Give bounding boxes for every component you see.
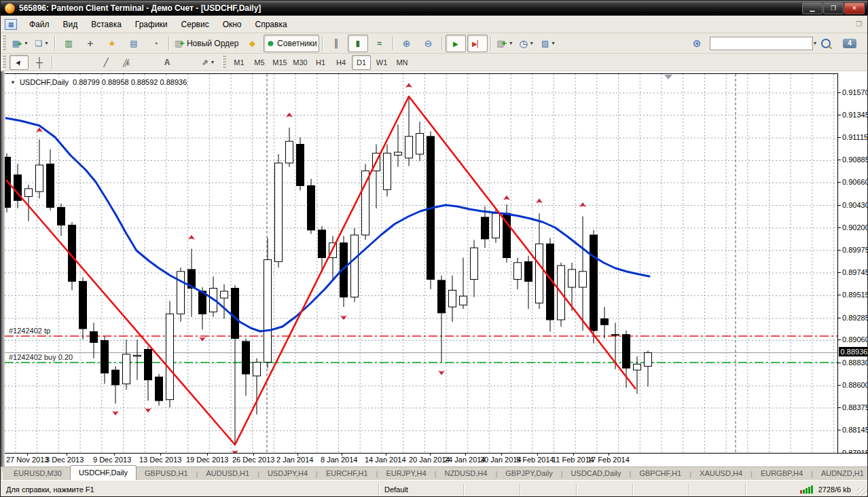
candle-body[interactable] — [416, 134, 424, 154]
chart-bars-button[interactable] — [326, 35, 346, 52]
candle-body[interactable] — [264, 259, 272, 362]
menu-Сервис[interactable]: Сервис — [175, 18, 216, 31]
candle-body[interactable] — [25, 189, 33, 197]
templates-button[interactable]: ▾ — [538, 35, 558, 52]
minimize-button[interactable]: ▁ — [802, 3, 822, 14]
search-input[interactable] — [710, 39, 811, 48]
profiles-button[interactable]: ▾ — [31, 35, 52, 52]
candle-body[interactable] — [351, 235, 359, 297]
messages-button[interactable]: 4 — [839, 35, 860, 52]
restore-button[interactable]: ❐ — [823, 3, 844, 14]
zoom-out-button[interactable] — [418, 35, 439, 52]
menu-Справка[interactable]: Справка — [249, 18, 294, 31]
timeframe-H1[interactable]: H1 — [311, 55, 330, 70]
candle-body[interactable] — [590, 235, 598, 331]
settings-button[interactable] — [687, 35, 707, 52]
timeframe-M1[interactable]: M1 — [230, 55, 249, 70]
expert-advisors-button[interactable]: Советники — [264, 35, 319, 52]
fibonacci-button[interactable] — [137, 55, 156, 70]
collapse-arrow-icon[interactable]: ▼ — [10, 79, 16, 86]
timeframe-W1[interactable]: W1 — [372, 55, 391, 70]
new-order-button[interactable]: Новый Ордер — [173, 35, 240, 52]
timeframe-H4[interactable]: H4 — [331, 55, 350, 70]
timeframe-MN[interactable]: MN — [393, 55, 412, 70]
price-axis[interactable]: 0.915700.913450.911150.908850.906600.904… — [837, 73, 868, 453]
chevron-down-icon[interactable]: ▾ — [211, 59, 214, 65]
indicators-button[interactable]: ▾ — [494, 35, 515, 52]
candle-body[interactable] — [123, 354, 130, 384]
candle-body[interactable] — [471, 248, 478, 279]
candle-body[interactable] — [405, 136, 413, 158]
candle-body[interactable] — [145, 350, 152, 380]
text-label-button[interactable] — [178, 55, 197, 70]
candle-body[interactable] — [601, 319, 609, 325]
candle-body[interactable] — [286, 141, 293, 163]
candle-body[interactable] — [568, 270, 576, 287]
chevron-down-icon[interactable]: ▾ — [24, 40, 27, 46]
candle-body[interactable] — [166, 314, 174, 399]
periods-button[interactable]: ▾ — [516, 35, 537, 52]
navigator-button[interactable] — [102, 35, 122, 52]
candle-body[interactable] — [79, 281, 87, 329]
chart-plot[interactable]: ▼ USDCHF,Daily 0.88799 0.88958 0.88592 0… — [5, 73, 837, 454]
menu-Вставка[interactable]: Вставка — [84, 18, 128, 31]
chart-line-button[interactable] — [369, 35, 390, 52]
chart-tab-EURUSD,M30[interactable]: EURUSD,M30 — [5, 467, 70, 480]
chart-tab-XAUUSD,H4[interactable]: XAUUSD,H4 — [691, 467, 751, 480]
timeframe-D1[interactable]: D1 — [352, 55, 371, 70]
chart-tab-GBPJPY,Daily[interactable]: GBPJPY,Daily — [497, 467, 561, 480]
trendline-button[interactable] — [96, 55, 115, 70]
auto-scroll-button[interactable] — [446, 35, 466, 52]
candle-body[interactable] — [623, 335, 630, 368]
candle-body[interactable] — [514, 263, 522, 280]
strategy-tester-button[interactable] — [145, 35, 166, 52]
arrows-button[interactable]: ▾ — [198, 55, 217, 70]
candle-body[interactable] — [482, 217, 489, 239]
candle-body[interactable] — [384, 153, 391, 190]
status-profile[interactable]: Default — [379, 483, 464, 496]
candle-body[interactable] — [101, 340, 109, 373]
new-chart-button[interactable]: ▾ — [10, 35, 30, 52]
candle-body[interactable] — [232, 289, 239, 339]
chevron-down-icon[interactable]: ▾ — [551, 40, 554, 46]
chart-tab-AUDUSD,H1[interactable]: AUDUSD,H1 — [198, 467, 257, 480]
candle-body[interactable] — [221, 291, 228, 298]
candle-body[interactable] — [536, 244, 543, 303]
candle-body[interactable] — [47, 164, 54, 208]
candle-body[interactable] — [362, 171, 369, 235]
candle-body[interactable] — [308, 185, 315, 229]
chart-tab-EURGBP,H4[interactable]: EURGBP,H4 — [753, 467, 811, 480]
candle-body[interactable] — [645, 352, 652, 366]
candle-body[interactable] — [134, 355, 141, 356]
candle-body[interactable] — [90, 331, 98, 342]
chart-tab-USDCHF,Daily[interactable]: USDCHF,Daily — [70, 465, 137, 480]
candle-body[interactable] — [275, 163, 283, 261]
menu-Файл[interactable]: Файл — [22, 18, 56, 31]
chart-candles-button[interactable] — [348, 35, 368, 52]
chart-tab-EURCHF,H1[interactable]: EURCHF,H1 — [318, 467, 376, 480]
candle-body[interactable] — [438, 280, 446, 313]
candle-body[interactable] — [319, 230, 326, 258]
candle-body[interactable] — [449, 290, 456, 307]
candle-body[interactable] — [395, 152, 402, 155]
candle-body[interactable] — [297, 145, 304, 186]
candle-body[interactable] — [525, 261, 532, 281]
timeframe-M5[interactable]: M5 — [250, 55, 269, 70]
channel-button[interactable] — [117, 55, 136, 70]
candle-body[interactable] — [612, 335, 619, 335]
metaeditor-button[interactable] — [242, 35, 262, 52]
chevron-down-icon[interactable]: ▾ — [509, 40, 512, 46]
text-button[interactable] — [158, 55, 177, 70]
toolbar-grip[interactable] — [2, 56, 6, 69]
resize-grip[interactable] — [857, 487, 867, 497]
toolbar-grip[interactable] — [2, 35, 6, 51]
candle-body[interactable] — [253, 362, 261, 375]
cursor-button[interactable] — [10, 55, 29, 70]
search-button[interactable] — [816, 35, 836, 52]
crosshair-button[interactable] — [30, 55, 49, 70]
candle-body[interactable] — [579, 272, 587, 287]
candle-body[interactable] — [177, 272, 185, 314]
chart-tab-GBPUSD,H1[interactable]: GBPUSD,H1 — [137, 467, 196, 480]
title-bar[interactable]: 565896: Panteon Client Terminal - Демо С… — [1, 1, 867, 16]
vertical-line-button[interactable] — [56, 55, 75, 70]
